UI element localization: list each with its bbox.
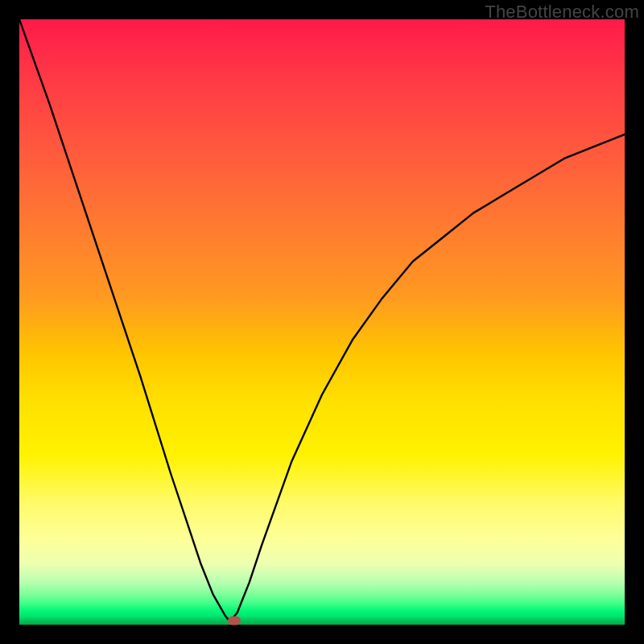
current-config-marker xyxy=(228,617,241,625)
bottleneck-curve-path xyxy=(19,19,625,621)
chart-frame: TheBottleneck.com xyxy=(0,0,644,644)
plot-area xyxy=(19,19,625,625)
curve-svg xyxy=(19,19,625,625)
